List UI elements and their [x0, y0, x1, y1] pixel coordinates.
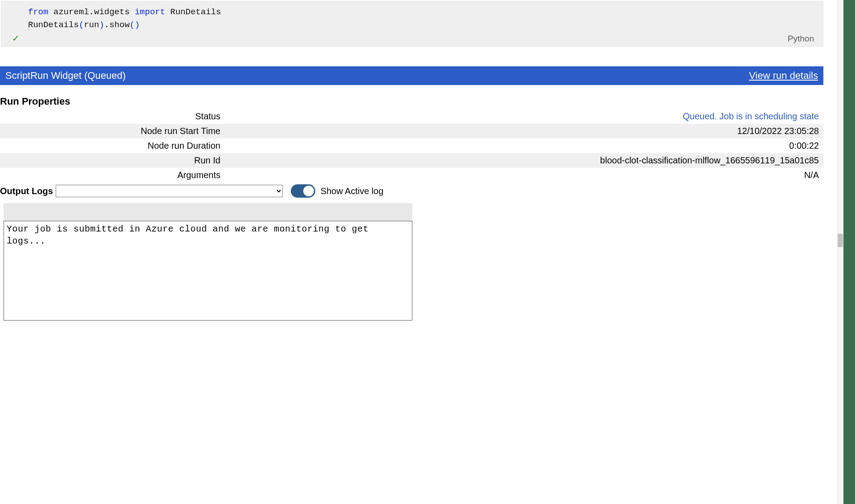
property-value: N/A: [226, 168, 823, 183]
table-row: Node run Duration0:00:22: [0, 138, 823, 153]
property-value: 0:00:22: [226, 138, 823, 153]
property-label: Node run Start Time: [0, 124, 226, 138]
scrollbar-thumb[interactable]: [838, 234, 843, 247]
property-label: Arguments: [0, 168, 226, 183]
output-logs-select[interactable]: [56, 185, 283, 197]
keyword-import: import: [134, 7, 165, 17]
right-rail: [843, 0, 855, 504]
code-block: from azureml.widgets import RunDetails R…: [10, 6, 814, 31]
output-logs-row: Output Logs Show Active log: [0, 184, 843, 198]
widget-title: ScriptRun Widget (Queued): [5, 70, 126, 81]
widget-header: ScriptRun Widget (Queued) View run detai…: [0, 66, 823, 85]
code-cell: from azureml.widgets import RunDetails R…: [1, 1, 823, 47]
table-row: StatusQueued. Job is in scheduling state: [0, 109, 823, 124]
language-label: Python: [788, 34, 814, 44]
log-panel: Your job is submitted in Azure cloud and…: [4, 203, 412, 321]
property-label: Status: [0, 109, 226, 124]
show-active-log-toggle[interactable]: [291, 184, 315, 198]
code-module: azureml.widgets: [49, 7, 135, 17]
property-value: 12/10/2022 23:05:28: [226, 124, 823, 138]
table-row: Run Idblood-clot-classification-mlflow_1…: [0, 153, 823, 168]
output-logs-label: Output Logs: [0, 186, 53, 196]
property-label: Run Id: [0, 153, 226, 168]
table-row: ArgumentsN/A: [0, 168, 823, 183]
run-properties-table: StatusQueued. Job is in scheduling state…: [0, 109, 823, 183]
property-value: Queued. Job is in scheduling state: [226, 109, 823, 124]
scrollbar-track[interactable]: [837, 0, 843, 504]
view-run-details-link[interactable]: View run details: [749, 70, 818, 81]
log-body: Your job is submitted in Azure cloud and…: [4, 221, 412, 321]
table-row: Node run Start Time12/10/2022 23:05:28: [0, 124, 823, 138]
keyword-from: from: [28, 7, 49, 17]
toggle-knob: [303, 186, 314, 196]
code-import-item: RunDetails: [165, 7, 221, 17]
run-properties-heading: Run Properties: [0, 85, 843, 109]
check-icon: ✓: [10, 33, 20, 44]
main-content: from azureml.widgets import RunDetails R…: [0, 0, 843, 504]
property-value: blood-clot-classification-mlflow_1665596…: [226, 153, 823, 168]
show-active-log-label: Show Active log: [318, 186, 383, 196]
property-label: Node run Duration: [0, 138, 226, 153]
log-toolbar: [4, 203, 412, 221]
